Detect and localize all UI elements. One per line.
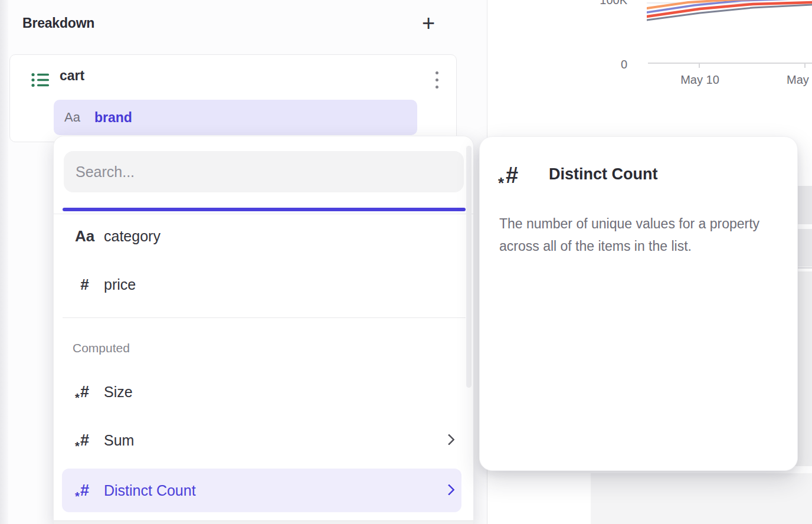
dropdown-item-price[interactable]: # price — [54, 270, 473, 299]
y-axis-label-0: 0 — [568, 58, 627, 70]
active-tab-indicator — [63, 208, 466, 211]
computed-number-icon: #* — [71, 483, 98, 499]
line-chart — [647, 0, 812, 30]
x-axis-label-may10: May 10 — [670, 73, 729, 87]
dropdown-divider — [63, 317, 466, 318]
breakdown-property-chip[interactable]: Aa brand — [54, 100, 417, 135]
dropdown-section-edge — [54, 520, 473, 524]
breakdown-card: cart Aa brand — [9, 54, 457, 142]
scrollbar-thumb[interactable] — [466, 146, 472, 388]
dropdown-item-category[interactable]: Aa category — [54, 221, 473, 251]
dropdown-item-size[interactable]: #* Size — [54, 377, 473, 407]
list-icon — [31, 72, 49, 88]
computed-number-icon: #* — [71, 384, 98, 400]
property-description-tooltip: #* Distinct Count The number of unique v… — [479, 136, 798, 471]
list-name-label: cart — [60, 68, 84, 84]
computed-number-icon: #* — [71, 433, 98, 448]
dropdown-item-distinct-count[interactable]: #* Distinct Count — [62, 469, 461, 512]
dropdown-item-sum[interactable]: #* Sum — [54, 425, 473, 455]
x-axis-line — [648, 63, 812, 64]
breakdown-property-label: brand — [94, 110, 132, 126]
tooltip-description: The number of unique values for a proper… — [499, 212, 781, 257]
tab-underline — [54, 214, 473, 214]
add-breakdown-button[interactable]: + — [415, 8, 441, 38]
dropdown-item-label: Distinct Count — [104, 482, 196, 499]
dropdown-item-label: Sum — [104, 432, 134, 449]
y-axis-label-100k: 100K — [568, 0, 627, 6]
search-input[interactable] — [64, 151, 464, 192]
dropdown-item-label: Size — [104, 384, 133, 401]
chevron-right-icon — [443, 484, 455, 496]
kebab-menu-icon[interactable] — [425, 64, 448, 95]
text-type-icon: Aa — [71, 228, 98, 244]
page-edge-strip — [0, 0, 8, 524]
chevron-right-icon — [443, 434, 455, 446]
x-axis-label-may1: May 1 — [787, 73, 812, 87]
breakdown-section-title: Breakdown — [22, 15, 94, 31]
computed-number-icon: #* — [506, 164, 518, 186]
x-axis-tick — [804, 63, 806, 68]
dropdown-item-label: price — [104, 276, 136, 293]
property-dropdown: Aa category # price Computed #* Size #* … — [53, 136, 474, 524]
number-type-icon: # — [71, 277, 98, 292]
tooltip-title: Distinct Count — [549, 165, 657, 184]
text-type-icon: Aa — [64, 110, 80, 125]
computed-section-label: Computed — [73, 341, 130, 355]
table-header-area — [591, 473, 812, 524]
dropdown-item-label: category — [104, 228, 161, 245]
x-axis-tick — [699, 63, 700, 68]
